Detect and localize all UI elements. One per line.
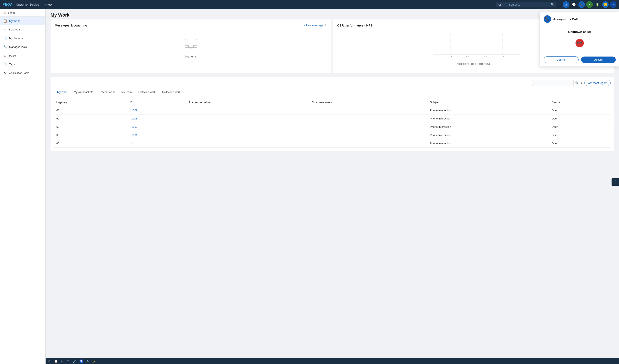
new-message-button[interactable]: + New message [304,24,323,27]
main-layout: 🏠 Home 📋 My Work ○ Dashboard 📄 My Report… [0,9,619,364]
lightning-icon[interactable]: ⚡ [92,359,96,363]
subject-cell: Phone Interaction [427,139,549,148]
status-nav-button[interactable]: ■ [586,1,593,8]
work-search-bar: 🔍 ↻ Get most urgent [54,80,611,86]
call-divider [549,37,611,37]
decline-button[interactable]: Decline [544,56,579,63]
sidebar-home[interactable]: 🏠 Home [0,9,45,16]
status-cell: Open [549,106,611,114]
top-nav: PEGA Customer Service + New All 🔍 ✉ 💬 📞 … [0,0,619,9]
tab-my-workbaskets[interactable]: My workbaskets [70,88,96,96]
tags-icon: 📄 [3,62,7,66]
status-cell: Open [549,114,611,123]
manager-icon: 🔧 [3,45,7,49]
table-row: 60 I-1008 Phone Interaction Open [54,114,611,123]
tab-followed-work[interactable]: Followed work [135,88,159,96]
new-button[interactable]: + New [42,2,54,7]
sidebar-item-label: Tags [9,63,15,66]
sidebar-item-dashboard[interactable]: ○ Dashboard [0,25,45,34]
svg-text:0.8: 0.8 [501,55,504,58]
subject-cell: Phone Interaction [427,106,549,114]
nps-widget-title: CSR performance - NPS [337,24,373,27]
scissors-icon[interactable]: ✂ [61,359,63,363]
id-link[interactable]: I-1009 [130,109,138,112]
status-cell: Open [549,131,611,139]
sidebar-item-pulse[interactable]: ◻ Pulse [0,51,45,60]
sidebar-item-label: My Work [9,19,20,23]
accept-button[interactable]: Accept [581,56,616,63]
search-button[interactable]: 🔍 [548,2,556,7]
tab-my-work[interactable]: My work [54,88,70,96]
sidebar-item-label: Pulse [9,54,16,57]
clipboard-icon[interactable]: 📋 [54,359,57,363]
chat-nav-button[interactable]: 💬 [571,1,577,8]
col-subject: Subject [427,99,549,106]
sidebar-item-application-tools[interactable]: ⚙ Application Tools [0,68,45,77]
work-search-input[interactable] [532,80,574,86]
sidebar-item-label: My Reports [9,37,23,40]
sidebar-item-my-reports[interactable]: 📄 My Reports [0,34,45,42]
col-account: Account number [186,99,309,106]
id-link[interactable]: I-1 [130,142,133,145]
search-filter[interactable]: All [496,2,507,7]
work-tabs: My work My workbaskets Recent work My te… [54,88,611,96]
search-input[interactable] [507,2,548,7]
subject-cell: Phone Interaction [427,114,549,123]
page-title: My Work [51,13,614,18]
call-title: Anonymous Call [553,17,577,21]
urgency-cell: 60 [54,106,127,114]
tab-my-team[interactable]: My team [118,88,135,96]
call-phone-icon: 📞 [544,15,551,23]
svg-text:0.6: 0.6 [484,55,487,58]
content-header: My Work [46,9,619,19]
tab-collection-work[interactable]: Collection work [159,88,184,96]
user-nav-button[interactable]: CS [610,1,617,8]
work-table: Urgency ID Account number Customer name … [54,99,611,148]
flask-icon[interactable]: ⚗ [86,359,89,363]
tab-recent-work[interactable]: Recent work [97,88,118,96]
phone-nav-button[interactable]: 📞 [578,1,585,8]
col-customer: Customer name [309,99,427,106]
status-cell: Open [549,123,611,131]
subject-cell: Phone Interaction [427,123,549,131]
urgency-cell: 60 [54,131,127,139]
email-nav-button[interactable]: ✉ [563,1,569,8]
battery-nav-button[interactable]: 🔋 [594,1,601,8]
widgets-row: Messages & coaching + New message ↻ No i… [46,19,619,77]
col-urgency: Urgency [54,99,127,106]
svg-text:0.4: 0.4 [466,55,469,58]
help-bubble[interactable]: ? [612,178,619,186]
account-cell [186,131,309,139]
call-popup: 📞 Anonymous Call Unknown caller 📞 Declin… [540,13,619,67]
id-link[interactable]: I-1008 [130,117,138,120]
svg-text:1: 1 [519,55,521,58]
svg-text:0.2: 0.2 [449,55,452,58]
table-header: Urgency ID Account number Customer name … [54,99,611,106]
no-items-area: No items [55,30,327,67]
sidebar-item-my-work[interactable]: 📋 My Work [0,16,45,25]
sidebar-item-manager-tools[interactable]: 🔧 Manager Tools [0,42,45,51]
agent-nav-button[interactable]: 🙂 [602,1,609,8]
pulse-icon: ◻ [3,54,7,57]
customer-cell [309,131,427,139]
work-refresh-button[interactable]: ↻ [580,81,583,84]
unknown-caller-label: Unknown caller [544,30,616,34]
warning-icon[interactable]: ⚠ [48,359,51,363]
work-search-button[interactable]: 🔍 [575,81,579,84]
svg-rect-0 [185,39,197,47]
urgency-cell: 60 [54,139,127,148]
sidebar-item-tags[interactable]: 📄 Tags [0,60,45,68]
link-icon[interactable]: 🔗 [72,359,76,363]
account-cell [186,106,309,114]
get-most-urgent-button[interactable]: Get most urgent [584,80,611,86]
window-icon[interactable]: ◻ [67,359,69,363]
widget-actions: + New message ↻ [304,24,327,27]
search-area: All 🔍 [496,2,556,7]
sidebar: 🏠 Home 📋 My Work ○ Dashboard 📄 My Report… [0,9,46,364]
id-link[interactable]: I-1006 [130,134,138,137]
accessibility-icon[interactable]: ♿ [79,359,83,363]
home-label: Home [8,11,15,14]
customer-cell [309,123,427,131]
id-link[interactable]: I-1007 [130,125,138,128]
messages-refresh-button[interactable]: ↻ [325,24,327,27]
